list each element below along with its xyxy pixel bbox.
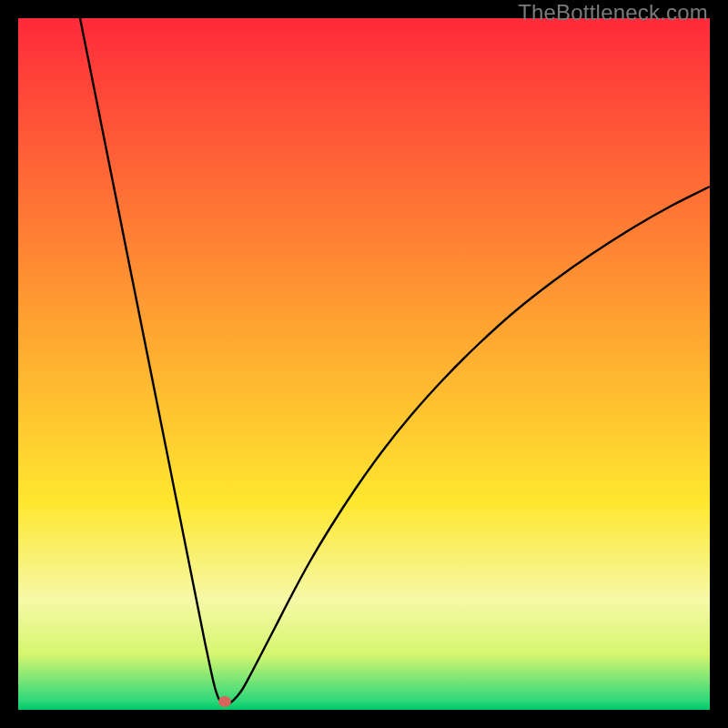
chart-canvas — [18, 18, 710, 710]
chart-frame — [18, 18, 710, 710]
watermark-text: TheBottleneck.com — [518, 0, 708, 25]
optimum-marker — [218, 696, 231, 707]
chart-background — [18, 18, 710, 710]
